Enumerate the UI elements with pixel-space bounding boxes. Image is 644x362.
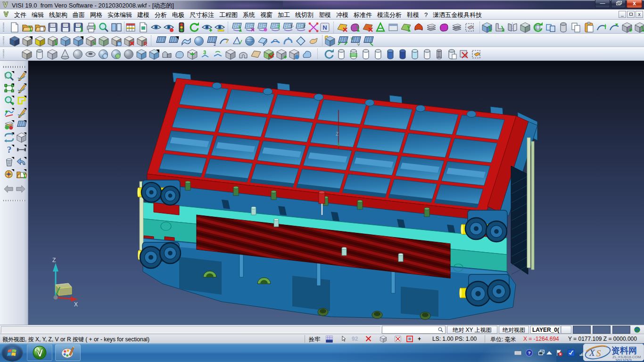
svg-text:1-2: 1-2 xyxy=(290,24,294,28)
svg-text:U: U xyxy=(351,36,354,41)
svg-text:?: ? xyxy=(7,145,12,155)
svg-text:?: ? xyxy=(528,350,530,355)
svg-text:S: S xyxy=(596,348,601,358)
svg-text:R: R xyxy=(144,41,148,47)
svg-text:X: X xyxy=(589,348,595,358)
svg-text:2: 2 xyxy=(214,42,216,47)
svg-text:3: 3 xyxy=(203,49,206,55)
svg-text:Z: Z xyxy=(52,257,56,263)
svg-text:资料网: 资料网 xyxy=(611,346,637,355)
svg-text:Z: Z xyxy=(336,132,339,137)
svg-text:2012/3/2: 2012/3/2 xyxy=(615,358,632,362)
svg-text:V: V xyxy=(357,42,360,47)
svg-text:X: X xyxy=(74,301,78,308)
svg-text:2: 2 xyxy=(303,24,305,28)
svg-text:N: N xyxy=(322,24,327,31)
